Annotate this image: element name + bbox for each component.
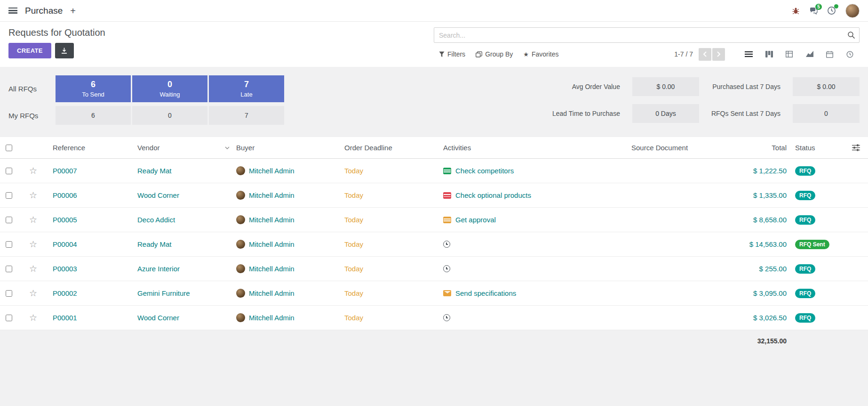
card-late[interactable]: 7 Late xyxy=(209,75,284,102)
list-view-button[interactable] xyxy=(739,47,758,61)
favorite-star-icon[interactable]: ☆ xyxy=(29,240,37,249)
activity-clock-icon[interactable] xyxy=(443,265,450,272)
reference-link[interactable]: P00002 xyxy=(53,289,77,297)
user-avatar[interactable] xyxy=(845,4,860,18)
vendor-link[interactable]: Wood Corner xyxy=(137,314,179,322)
header-order-deadline[interactable]: Order Deadline xyxy=(344,144,443,152)
graph-view-button[interactable] xyxy=(800,47,819,61)
header-source-document[interactable]: Source Document xyxy=(631,144,730,152)
card-to-send[interactable]: 6 To Send xyxy=(56,75,131,102)
reference-link[interactable]: P00007 xyxy=(53,167,77,175)
favorites-button[interactable]: ★ Favorites xyxy=(518,49,564,60)
calendar-view-button[interactable] xyxy=(820,47,839,61)
activity-list-icon[interactable] xyxy=(443,217,451,223)
vendor-link[interactable]: Ready Mat xyxy=(137,240,172,248)
table-row[interactable]: ☆ P00004 Ready Mat Mitchell Admin Today … xyxy=(0,232,868,257)
reference-link[interactable]: P00006 xyxy=(53,191,77,199)
reference-link[interactable]: P00001 xyxy=(53,314,77,322)
activity-link[interactable]: Check competitors xyxy=(455,167,514,175)
row-checkbox[interactable] xyxy=(6,241,12,248)
group-by-button[interactable]: Group By xyxy=(470,49,518,60)
header-status[interactable]: Status xyxy=(787,144,838,152)
activity-mail-icon[interactable] xyxy=(443,290,451,296)
app-name-purchase[interactable]: Purchase xyxy=(25,6,63,16)
favorite-star-icon[interactable]: ☆ xyxy=(29,191,37,200)
header-buyer[interactable]: Buyer xyxy=(236,144,344,152)
favorite-star-icon[interactable]: ☆ xyxy=(29,166,37,175)
vendor-link[interactable]: Ready Mat xyxy=(137,167,172,175)
table-row[interactable]: ☆ P00005 Deco Addict Mitchell Admin Toda… xyxy=(0,208,868,232)
reference-link[interactable]: P00003 xyxy=(53,265,77,273)
plus-icon[interactable]: + xyxy=(70,6,76,16)
pager-value[interactable]: 1-7 / 7 xyxy=(674,50,693,58)
buyer-link[interactable]: Mitchell Admin xyxy=(249,265,295,273)
header-reference[interactable]: Reference xyxy=(53,144,137,152)
pager-previous-button[interactable] xyxy=(699,48,711,61)
vendor-link[interactable]: Gemini Furniture xyxy=(137,289,190,297)
activities-clock-icon[interactable] xyxy=(827,6,836,15)
vendor-link[interactable]: Wood Corner xyxy=(137,191,179,199)
filters-label: Filters xyxy=(447,50,465,58)
favorite-star-icon[interactable]: ☆ xyxy=(29,289,37,298)
favorite-star-icon[interactable]: ☆ xyxy=(29,264,37,273)
my-to-send-count[interactable]: 6 xyxy=(56,106,131,125)
filters-button[interactable]: Filters xyxy=(434,49,470,60)
table-row[interactable]: ☆ P00001 Wood Corner Mitchell Admin Toda… xyxy=(0,306,868,330)
my-waiting-count[interactable]: 0 xyxy=(132,106,207,125)
activity-list-icon[interactable] xyxy=(443,168,451,174)
buyer-link[interactable]: Mitchell Admin xyxy=(249,314,295,322)
header-total[interactable]: Total xyxy=(730,144,787,152)
card-waiting[interactable]: 0 Waiting xyxy=(132,75,207,102)
row-checkbox[interactable] xyxy=(6,290,12,297)
favorite-star-icon[interactable]: ☆ xyxy=(29,215,37,224)
buyer-avatar xyxy=(236,264,245,273)
row-checkbox[interactable] xyxy=(6,266,12,272)
kanban-view-button[interactable] xyxy=(759,47,779,61)
messages-icon[interactable]: 5 xyxy=(809,7,818,15)
activity-link[interactable]: Get approval xyxy=(455,216,496,224)
select-all-checkbox[interactable] xyxy=(6,145,12,151)
avg-order-value-label: Avg Order Value xyxy=(552,83,620,90)
my-late-count[interactable]: 7 xyxy=(209,106,284,125)
activity-list-icon[interactable] xyxy=(443,192,451,199)
late-label: Late xyxy=(240,91,252,98)
chevron-down-icon[interactable] xyxy=(225,146,230,149)
bug-icon[interactable] xyxy=(792,7,800,15)
search-icon[interactable] xyxy=(847,31,855,41)
search-input[interactable] xyxy=(434,27,860,43)
buyer-link[interactable]: Mitchell Admin xyxy=(249,191,295,199)
header-vendor[interactable]: Vendor xyxy=(137,144,236,152)
row-checkbox[interactable] xyxy=(6,168,12,174)
vendor-link[interactable]: Azure Interior xyxy=(137,265,180,273)
activity-link[interactable]: Send specifications xyxy=(455,289,516,297)
table-row[interactable]: ☆ P00003 Azure Interior Mitchell Admin T… xyxy=(0,257,868,281)
buyer-link[interactable]: Mitchell Admin xyxy=(249,289,295,297)
buyer-link[interactable]: Mitchell Admin xyxy=(249,167,295,175)
table-row[interactable]: ☆ P00006 Wood Corner Mitchell Admin Toda… xyxy=(0,183,868,208)
pivot-view-button[interactable] xyxy=(780,47,799,61)
favorite-star-icon[interactable]: ☆ xyxy=(29,313,37,322)
header-activities[interactable]: Activities xyxy=(443,144,631,152)
status-badge: RFQ xyxy=(795,191,815,200)
reference-link[interactable]: P00005 xyxy=(53,216,77,224)
row-checkbox[interactable] xyxy=(6,217,12,223)
buyer-link[interactable]: Mitchell Admin xyxy=(249,240,295,248)
page-title: Requests for Quotation xyxy=(8,27,105,38)
rfq-cards: 6 To Send 0 Waiting 7 Late xyxy=(56,75,284,102)
activity-clock-icon[interactable] xyxy=(443,314,450,321)
optional-columns-icon[interactable] xyxy=(838,144,863,151)
activity-link[interactable]: Check optional products xyxy=(455,191,531,199)
export-button[interactable] xyxy=(55,43,74,58)
create-button[interactable]: CREATE xyxy=(8,43,51,58)
table-row[interactable]: ☆ P00007 Ready Mat Mitchell Admin Today … xyxy=(0,159,868,183)
pager-next-button[interactable] xyxy=(712,48,725,61)
table-row[interactable]: ☆ P00002 Gemini Furniture Mitchell Admin… xyxy=(0,281,868,306)
row-checkbox[interactable] xyxy=(6,315,12,321)
apps-menu-icon[interactable] xyxy=(8,8,17,14)
activity-clock-icon[interactable] xyxy=(443,241,450,248)
vendor-link[interactable]: Deco Addict xyxy=(137,216,175,224)
row-checkbox[interactable] xyxy=(6,192,12,199)
reference-link[interactable]: P00004 xyxy=(53,240,77,248)
activity-view-button[interactable] xyxy=(840,47,860,61)
buyer-link[interactable]: Mitchell Admin xyxy=(249,216,295,224)
